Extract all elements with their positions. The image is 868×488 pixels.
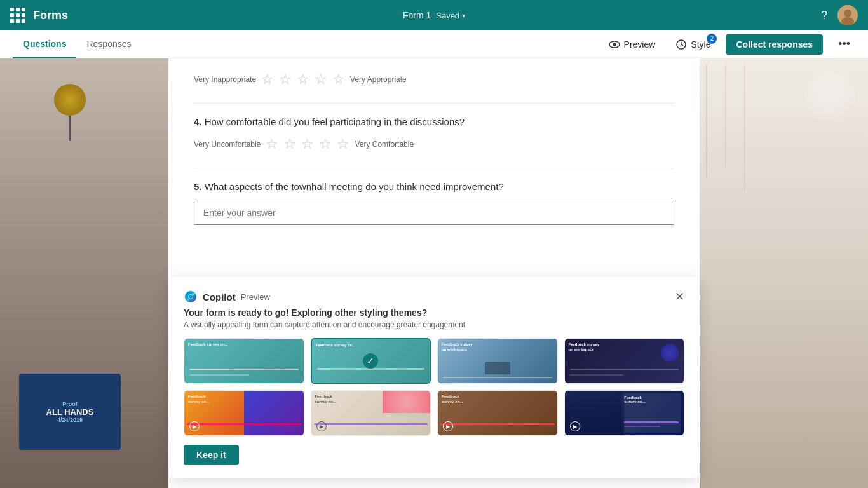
second-nav: Questions Responses Preview Style 2 Coll…	[0, 30, 868, 58]
toolbar: Preview Style 2 Collect responses •••	[604, 34, 855, 55]
theme-colorful-bg: Feedbacksurvey on... ▶	[184, 391, 304, 435]
theme-teal-bg: Feedback survey on...	[184, 339, 304, 383]
collect-label: Collect responses	[736, 39, 813, 50]
lamp-stem	[69, 116, 71, 141]
q3-star-1[interactable]: ☆	[261, 71, 274, 88]
theme-card-teal[interactable]: Feedback survey on...	[184, 338, 304, 384]
bg-screen-allhands: ALL HANDS	[46, 407, 94, 417]
copilot-preview-badge: Preview	[241, 292, 270, 302]
play-icon-industrial[interactable]: ▶	[443, 421, 453, 431]
copilot-title: Copilot	[203, 292, 236, 302]
play-icon-navy[interactable]: ▶	[570, 421, 580, 431]
question-5-input[interactable]	[194, 201, 674, 225]
question-5-body: What aspects of the townhall meeting do …	[205, 181, 504, 192]
theme-dark-globe	[661, 344, 679, 362]
tab-responses[interactable]: Responses	[76, 30, 141, 58]
collect-responses-button[interactable]: Collect responses	[726, 34, 823, 55]
svg-point-1	[844, 10, 851, 17]
play-icon-floral[interactable]: ▶	[316, 421, 327, 431]
keep-it-button[interactable]: Keep it	[184, 445, 239, 465]
theme-card-navy[interactable]: Feedbacksurvey on... ▶	[564, 390, 685, 436]
theme-dark-bg: Feedback surveyon workspace	[565, 339, 684, 383]
style-button[interactable]: Style 2	[670, 35, 715, 54]
q4-star-1[interactable]: ☆	[266, 136, 278, 152]
theme-navy-bar2	[624, 426, 660, 427]
theme-office-line	[443, 377, 552, 378]
theme-card-dark[interactable]: Feedback surveyon workspace	[564, 338, 685, 384]
theme-card-office[interactable]: Feedback surveyon workspace	[437, 338, 558, 384]
theme-dark-line	[570, 369, 679, 370]
theme-card-floral[interactable]: Feedbacksurvey on... ▶	[311, 390, 431, 436]
q3-right-label: Very Appropriate	[350, 75, 407, 84]
bg-lamp	[51, 84, 89, 141]
q4-left-label: Very Uncomfortable	[194, 140, 261, 149]
q4-star-5[interactable]: ☆	[337, 136, 349, 152]
checkmark-overlay: ✓	[363, 353, 378, 369]
bg-screen: Proof ALL HANDS 4/24/2019	[19, 374, 121, 450]
theme-dark-line2	[570, 374, 623, 376]
q4-stars: ☆ ☆ ☆ ☆ ☆	[266, 136, 349, 152]
bg-beam3	[744, 65, 745, 192]
play-icon-colorful[interactable]: ▶	[189, 421, 200, 431]
theme-card-checked[interactable]: Feedback survey on... ✓	[311, 338, 431, 384]
help-icon[interactable]: ?	[821, 9, 827, 22]
style-icon	[675, 39, 687, 50]
theme-office-bg: Feedback surveyon workspace	[438, 339, 557, 383]
style-badge: 2	[707, 34, 717, 44]
q3-star-2[interactable]: ☆	[279, 71, 292, 88]
theme-card-colorful[interactable]: Feedbacksurvey on... ▶	[184, 390, 304, 436]
more-icon: •••	[838, 37, 850, 50]
q3-left-label: Very Inappropriate	[194, 75, 256, 84]
question-4-text: 4. How comfortable did you feel particip…	[194, 116, 674, 127]
theme-floral-bar	[314, 423, 428, 425]
theme-card-industrial[interactable]: Feedbacksurvey on... ▶	[437, 390, 558, 436]
theme-teal-line2	[189, 374, 249, 376]
question-3-rating-row: Very Inappropriate ☆ ☆ ☆ ☆ ☆ Very Approp…	[194, 71, 674, 88]
more-options-button[interactable]: •••	[833, 35, 855, 53]
preview-icon	[609, 39, 620, 50]
theme-navy-bg: Feedbacksurvey on... ▶	[565, 391, 684, 435]
bg-left-photo: Proof ALL HANDS 4/24/2019	[0, 58, 168, 488]
bg-light-decor	[804, 71, 855, 122]
svg-point-6	[187, 299, 189, 301]
svg-point-5	[193, 293, 195, 295]
theme-navy-card: Feedbacksurvey on...	[621, 393, 681, 433]
form-title-area: Form 1 Saved ▾	[403, 10, 465, 20]
save-status[interactable]: Saved ▾	[436, 11, 465, 20]
avatar[interactable]	[837, 5, 858, 25]
nav-right-area: ?	[821, 5, 858, 25]
theme-navy-bar1	[624, 421, 679, 423]
saved-chevron-icon: ▾	[462, 12, 465, 19]
waffle-menu[interactable]	[10, 8, 25, 23]
theme-floral-flower	[383, 391, 430, 413]
question-5-block: 5. What aspects of the townhall meeting …	[194, 181, 674, 225]
q4-star-2[interactable]: ☆	[283, 136, 296, 152]
q4-star-4[interactable]: ☆	[319, 136, 332, 152]
close-icon: ✕	[675, 290, 684, 303]
app-brand: Forms	[33, 9, 68, 22]
saved-text: Saved	[436, 11, 459, 20]
theme-colorful-right	[244, 391, 304, 435]
copilot-header: Copilot Preview ✕	[184, 290, 684, 304]
theme-teal-label: Feedback survey on...	[188, 342, 228, 348]
bg-screen-proof: Proof	[62, 401, 78, 407]
q3-star-3[interactable]: ☆	[297, 71, 309, 88]
q3-star-4[interactable]: ☆	[315, 71, 327, 88]
tab-responses-label: Responses	[86, 39, 131, 49]
themes-grid: Feedback survey on... Feedback survey on…	[184, 338, 684, 436]
divider-3-4	[194, 103, 674, 104]
main-area: Proof ALL HANDS 4/24/2019 Very Inappropr…	[0, 58, 868, 488]
divider-4-5	[194, 168, 674, 168]
q4-star-3[interactable]: ☆	[301, 136, 314, 152]
q3-star-5[interactable]: ☆	[332, 71, 345, 88]
preview-label: Preview	[624, 39, 656, 50]
theme-checked-label: Feedback survey on...	[316, 343, 356, 348]
copilot-close-button[interactable]: ✕	[675, 290, 684, 304]
tab-questions-label: Questions	[23, 39, 66, 49]
preview-button[interactable]: Preview	[604, 35, 661, 54]
question-5-num: 5.	[194, 181, 202, 192]
copilot-subtext: A visually appealing form can capture at…	[184, 320, 684, 329]
question-5-text: 5. What aspects of the townhall meeting …	[194, 181, 674, 192]
tab-questions[interactable]: Questions	[13, 30, 76, 58]
q3-stars: ☆ ☆ ☆ ☆ ☆	[261, 71, 345, 88]
